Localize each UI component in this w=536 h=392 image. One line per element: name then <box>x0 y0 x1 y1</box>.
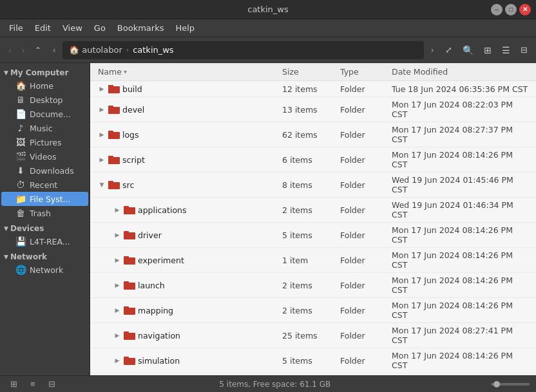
table-row[interactable]: ▶ navigation 25 items Folder Mon 17 Jun … <box>90 323 536 348</box>
file-size: 2 items <box>280 304 338 317</box>
sidebar-item-documents[interactable]: 📄 Docume... <box>1 107 88 121</box>
table-row[interactable]: ▶ script 6 items Folder Mon 17 Jun 2024 … <box>90 147 536 173</box>
file-modified: Mon 17 Jun 2024 08:14:26 PM CST <box>389 274 531 296</box>
view-buttons: ⤢ 🔍 ⊞ ☰ ⊟ <box>441 42 532 59</box>
sidebar-item-desktop[interactable]: 🖥 Desktop <box>1 93 88 107</box>
table-row[interactable]: ▶ driver 5 items Folder Mon 17 Jun 2024 … <box>90 223 536 248</box>
statusbar-icon-btn-2[interactable]: ≡ <box>26 378 39 390</box>
file-type: Folder <box>338 179 389 191</box>
desktop-icon: 🖥 <box>15 95 26 105</box>
main-layout: ▼ My Computer 🏠 Home 🖥 Desktop 📄 Docume.… <box>0 63 536 375</box>
menu-bookmarks[interactable]: Bookmarks <box>112 21 169 35</box>
file-type: Folder <box>338 355 389 367</box>
expand-arrow: ▶ <box>98 106 106 113</box>
svg-rect-3 <box>108 106 113 108</box>
table-row[interactable]: ▶ launch 2 items Folder Mon 17 Jun 2024 … <box>90 273 536 298</box>
breadcrumb-left-arrow[interactable]: ‹ <box>48 42 60 58</box>
table-row[interactable]: ▶ tool 8 items Folder Mon 17 Jun 2024 08… <box>90 373 536 375</box>
folder-icon <box>124 205 135 215</box>
svg-rect-1 <box>108 85 113 88</box>
sidebar-item-pictures[interactable]: 🖼 Pictures <box>1 135 88 149</box>
up-button[interactable]: ⌃ <box>30 42 46 58</box>
sidebar-item-downloads-label: Downloads <box>30 166 74 176</box>
svg-rect-17 <box>124 281 129 284</box>
sidebar-section-my-computer[interactable]: ▼ My Computer <box>0 67 90 79</box>
folder-icon <box>124 330 135 341</box>
network-triangle: ▼ <box>4 254 8 260</box>
header-size[interactable]: Size <box>280 66 338 78</box>
sidebar-item-downloads[interactable]: ⬇ Downloads <box>1 163 88 178</box>
sidebar-item-home[interactable]: 🏠 Home <box>1 79 88 93</box>
back-button[interactable]: ‹ <box>4 42 16 59</box>
sidebar-item-recent[interactable]: ⏱ Recent <box>1 178 88 192</box>
icon-view-button[interactable]: ⊞ <box>479 42 496 59</box>
breadcrumb-home[interactable]: 🏠 autolabor <box>65 44 126 56</box>
menu-go[interactable]: Go <box>89 21 111 35</box>
zoom-control <box>491 383 530 386</box>
sidebar-item-filesystem[interactable]: 📁 File Syst... <box>1 192 88 206</box>
breadcrumb-catkin-ws[interactable]: catkin_ws <box>129 44 178 56</box>
sidebar-item-network[interactable]: 🌐 Network <box>1 263 88 277</box>
file-modified: Wed 19 Jun 2024 01:45:46 PM CST <box>389 174 531 196</box>
list-view-button[interactable]: ☰ <box>497 42 515 59</box>
menubar: File Edit View Go Bookmarks Help <box>0 19 536 37</box>
table-row[interactable]: ▶ simulation 5 items Folder Mon 17 Jun 2… <box>90 348 536 373</box>
file-name: build <box>122 84 142 94</box>
statusbar-left: ⊞ ≡ ⊟ <box>6 378 59 390</box>
file-size: 62 items <box>280 129 338 141</box>
statusbar-icon-btn-3[interactable]: ⊟ <box>44 378 59 390</box>
sidebar-item-music[interactable]: ♪ Music <box>1 121 88 135</box>
file-size: 5 items <box>280 355 338 367</box>
menu-help[interactable]: Help <box>170 21 200 35</box>
expand-arrow: ▶ <box>113 232 121 238</box>
header-type[interactable]: Type <box>338 66 389 78</box>
network-section-label: Network <box>10 252 47 261</box>
file-type: Folder <box>338 129 389 141</box>
toggle-button[interactable]: ⤢ <box>441 42 457 59</box>
breadcrumb-right-arrow[interactable]: › <box>426 42 438 58</box>
compact-view-button[interactable]: ⊟ <box>516 42 532 59</box>
table-row[interactable]: ▶ mapping 2 items Folder Mon 17 Jun 2024… <box>90 298 536 323</box>
sidebar-item-trash[interactable]: 🗑 Trash <box>1 206 88 220</box>
close-button[interactable]: ✕ <box>519 4 531 15</box>
sidebar-section-network[interactable]: ▼ Network <box>0 251 90 263</box>
table-row[interactable]: ▶ experiment 1 item Folder Mon 17 Jun 20… <box>90 248 536 273</box>
table-row[interactable]: ▶ devel 13 items Folder Mon 17 Jun 2024 … <box>90 97 536 122</box>
table-row[interactable]: ▼ src 8 items Folder Wed 19 Jun 2024 01:… <box>90 173 536 198</box>
folder-icon <box>108 104 120 115</box>
table-row[interactable]: ▶ logs 62 items Folder Mon 17 Jun 2024 0… <box>90 122 536 147</box>
header-modified[interactable]: Date Modified <box>389 66 531 78</box>
file-modified: Mon 17 Jun 2024 08:14:26 PM CST <box>389 350 531 371</box>
table-row[interactable]: ▶ applications 2 items Folder Wed 19 Jun… <box>90 198 536 223</box>
search-button[interactable]: 🔍 <box>458 42 478 59</box>
file-type: Folder <box>338 279 389 292</box>
sidebar-item-trash-label: Trash <box>30 209 51 218</box>
file-name: driver <box>138 230 162 240</box>
menu-edit[interactable]: Edit <box>30 21 56 35</box>
sidebar-item-l4t[interactable]: 💾 L4T-REA... <box>1 234 88 248</box>
sidebar-item-filesystem-label: File Syst... <box>30 194 71 204</box>
menu-view[interactable]: View <box>57 21 88 35</box>
folder-icon <box>108 129 120 140</box>
folder-icon <box>108 84 120 94</box>
forward-button[interactable]: › <box>17 42 30 59</box>
minimize-button[interactable]: – <box>491 4 503 15</box>
svg-rect-15 <box>124 256 129 259</box>
file-name: navigation <box>138 331 180 341</box>
menu-file[interactable]: File <box>4 21 28 35</box>
file-type: Folder <box>338 254 389 266</box>
maximize-button[interactable]: □ <box>505 4 517 15</box>
folder-icon <box>124 280 135 290</box>
sidebar-item-videos[interactable]: 🎬 Videos <box>1 149 88 163</box>
sidebar-section-devices[interactable]: ▼ Devices <box>0 223 90 234</box>
folder-icon <box>124 305 135 315</box>
statusbar-icon-btn-1[interactable]: ⊞ <box>6 378 21 390</box>
devices-label: Devices <box>10 224 44 233</box>
zoom-slider[interactable] <box>491 383 530 386</box>
sidebar-item-documents-label: Docume... <box>30 109 71 119</box>
sidebar-item-l4t-label: L4T-REA... <box>30 237 70 247</box>
header-name[interactable]: Name ▾ <box>95 66 280 78</box>
expand-arrow: ▶ <box>113 207 121 213</box>
table-row[interactable]: ▶ build 12 items Folder Tue 18 Jun 2024 … <box>90 81 536 97</box>
expand-arrow: ▶ <box>113 307 121 313</box>
